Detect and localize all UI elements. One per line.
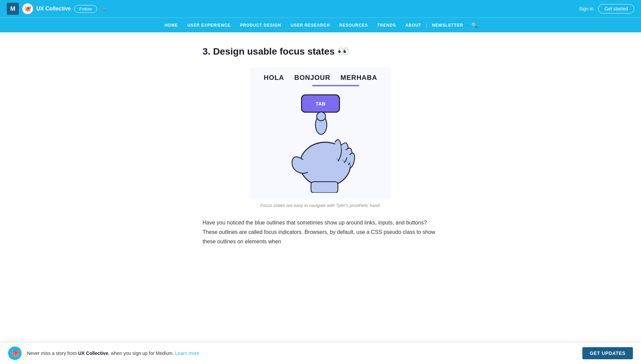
svg-rect-5	[311, 182, 338, 193]
nav-user-experience[interactable]: USER EXPERIENCE	[183, 22, 235, 29]
hand-illustration: TAB	[270, 92, 371, 193]
nav-resources[interactable]: RESOURCES	[335, 22, 373, 29]
words-row: HOLA BONJOUR MERHABA	[264, 74, 377, 82]
site-header: M 🐙 UX Collective Follow 🐦 Sign in Get s…	[0, 0, 641, 18]
word-bonjour: BONJOUR	[294, 74, 330, 82]
twitter-icon[interactable]: 🐦	[100, 5, 108, 12]
word-hola: HOLA	[264, 74, 284, 82]
nav-home[interactable]: HOME	[160, 22, 183, 29]
illustration-box: HOLA BONJOUR MERHABA TAB	[250, 67, 391, 200]
search-icon[interactable]: 🔍	[468, 21, 481, 30]
main-content: 3. Design usable focus states 👀 HOLA BON…	[196, 32, 445, 267]
svg-point-3	[317, 112, 326, 121]
word-merhaba: MERHABA	[340, 74, 377, 82]
article-body-text: Have you noticed the blue outlines that …	[203, 218, 438, 246]
main-nav: HOME USER EXPERIENCE PRODUCT DESIGN USER…	[0, 18, 641, 32]
nav-trends[interactable]: TRENDS	[373, 22, 401, 29]
nav-user-research[interactable]: USER RESEARCH	[286, 22, 335, 29]
get-started-button[interactable]: Get started	[598, 4, 634, 13]
follow-button[interactable]: Follow	[74, 5, 97, 13]
illustration-caption: Focus states are easy to navigate with T…	[260, 203, 381, 208]
header-right: Sign in Get started	[579, 4, 634, 13]
svg-text:TAB: TAB	[315, 101, 326, 107]
medium-logo[interactable]: M	[7, 3, 19, 15]
publication-name: UX Collective	[36, 6, 71, 12]
publication-avatar: 🐙	[22, 3, 33, 14]
illustration-container: HOLA BONJOUR MERHABA TAB	[203, 67, 438, 208]
sign-in-link[interactable]: Sign in	[579, 6, 593, 11]
nav-about[interactable]: ABOUT	[401, 22, 426, 29]
section-title: 3. Design usable focus states 👀	[203, 46, 438, 57]
header-left: M 🐙 UX Collective Follow 🐦	[7, 3, 108, 15]
focus-underline	[312, 85, 359, 86]
nav-newsletter[interactable]: NEWSLETTER	[427, 22, 468, 29]
nav-product-design[interactable]: PRODUCT DESIGN	[235, 22, 286, 29]
